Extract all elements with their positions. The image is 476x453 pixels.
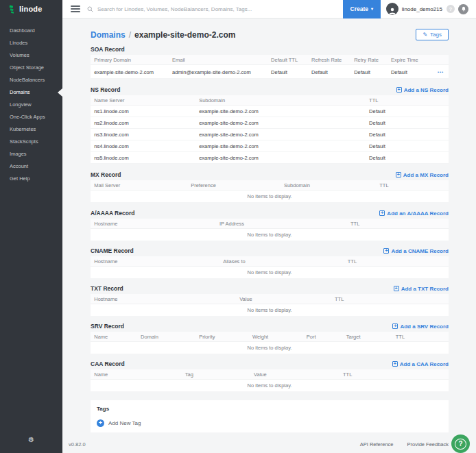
section-title: CAA Record [91,360,125,367]
tags-button[interactable]: ✎ Tags [416,29,449,40]
add-mx-record-button[interactable]: + Add a MX Record [396,172,449,178]
row-actions-menu-icon[interactable]: ••• [438,70,444,74]
help-icon[interactable]: ? [447,5,455,13]
section-title: SOA Record [91,46,125,53]
table-row: ns4.linode.com example-site-demo-2.com D… [91,140,449,152]
section-soa-record: SOA Record Primary Domain Email Default … [91,45,449,79]
section-mx-record: MX Record + Add a MX Record Mail Server … [91,171,449,202]
table-header: Hostname Value TTL [91,294,449,304]
footer: v0.82.0 API Reference Provide Feedback [69,441,449,448]
tags-panel-title: Tags [97,406,442,412]
section-title: A/AAAA Record [91,210,134,217]
section-title: CNAME Record [91,247,134,254]
table-header: Mail Server Preference Subdomain TTL [91,180,449,191]
section-title: SRV Record [91,323,124,330]
table-header: Hostname Aliases to TTL [91,256,449,267]
provide-feedback-link[interactable]: Provide Feedback [407,441,449,448]
api-reference-link[interactable]: API Reference [360,441,394,448]
table-header: Name Domain Priority Weight Port Target … [91,332,449,342]
linode-logo-text: linode [19,5,43,13]
search-icon [87,6,93,12]
chevron-down-icon: ▾ [371,7,373,11]
linode-logo-icon [9,5,16,14]
add-ns-record-button[interactable]: + Add a NS Record [396,87,449,93]
section-ns-record: NS Record + Add a NS Record Name Server … [91,86,449,164]
plus-square-icon: + [396,172,401,177]
section-title: NS Record [91,86,120,93]
top-header: linode Create ▾ linode_demo215 ? [0,0,476,19]
pencil-icon: ✎ [423,32,427,38]
tags-panel: Tags + Add New Tag [91,400,449,432]
table-header: Name Server Subdomain TTL [91,95,449,106]
section-srv-record: SRV Record + Add a SRV Record Name Domai… [91,322,449,354]
empty-state-text: No items to display. [91,229,449,241]
table-row: ns2.linode.com example-site-demo-2.com D… [91,117,449,129]
hamburger-menu-icon[interactable] [71,4,80,14]
sidebar-item-linodes[interactable]: Linodes [0,37,62,49]
sidebar-item-get-help[interactable]: Get Help [0,173,62,185]
sidebar-item-account[interactable]: Account [0,160,62,173]
add-caa-record-button[interactable]: + Add a CAA Record [392,361,449,367]
create-button[interactable]: Create ▾ [343,0,381,19]
sidebar-item-volumes[interactable]: Volumes [0,49,62,62]
section-title: MX Record [91,171,121,178]
main-content: Domains / example-site-demo-2.com ✎ Tags… [62,19,476,453]
sidebar-item-kubernetes[interactable]: Kubernetes [0,123,62,136]
table-header: Hostname IP Address TTL [91,219,449,229]
table-row: ns5.linode.com example-site-demo-2.com D… [91,152,449,164]
empty-state-text: No items to display. [91,342,449,354]
sidebar-item-images[interactable]: Images [0,148,62,160]
breadcrumb-separator: / [129,30,131,40]
plus-square-icon: + [396,87,402,93]
plus-square-icon: + [392,361,398,367]
sidebar-item-stackscripts[interactable]: StackScripts [0,136,62,148]
plus-square-icon: + [379,210,385,216]
username[interactable]: linode_demo215 [402,6,442,12]
plus-circle-icon: + [97,419,104,427]
add-cname-record-button[interactable]: + Add a CNAME Record [383,248,449,254]
section-cname-record: CNAME Record + Add a CNAME Record Hostna… [91,247,449,278]
breadcrumb: Domains / example-site-demo-2.com ✎ Tags [91,29,449,41]
add-txt-record-button[interactable]: + Add a TXT Record [394,286,449,292]
page-title: example-site-demo-2.com [134,30,235,40]
section-a-aaaa-record: A/AAAA Record + Add an A/AAAA Record Hos… [91,209,449,241]
linode-logo[interactable]: linode [0,0,62,19]
plus-square-icon: + [383,248,389,254]
add-a-aaaa-record-button[interactable]: + Add an A/AAAA Record [379,210,449,217]
section-txt-record: TXT Record + Add a TXT Record Hostname V… [91,284,449,316]
empty-state-text: No items to display. [91,304,449,316]
empty-state-text: No items to display. [91,380,449,391]
sidebar-item-domains[interactable]: Domains [0,86,62,99]
empty-state-text: No items to display. [91,267,449,278]
question-icon: ? [455,439,466,450]
version-label: v0.82.0 [69,441,86,448]
sidebar-nav: Dashboard Linodes Volumes Object Storage… [0,19,62,453]
table-header: Primary Domain Email Default TTL Refresh… [91,55,449,65]
table-header: Name Tag Value TTL [91,369,449,380]
gear-icon[interactable]: ⚙ [0,436,62,443]
table-row: example-site-demo-2.com admin@example-si… [91,65,449,79]
sidebar-item-longview[interactable]: Longview [0,99,62,111]
user-icon [388,7,396,15]
sidebar-item-object-storage[interactable]: Object Storage [0,62,62,74]
help-chat-button[interactable]: ? [451,434,470,453]
section-title: TXT Record [91,285,123,292]
sidebar-item-dashboard[interactable]: Dashboard [0,25,62,37]
global-search [87,0,343,18]
avatar[interactable] [386,3,398,15]
search-input[interactable] [97,6,343,12]
add-srv-record-button[interactable]: + Add a SRV Record [392,323,449,330]
empty-state-text: No items to display. [91,191,449,202]
section-caa-record: CAA Record + Add a CAA Record Name Tag V… [91,360,449,391]
breadcrumb-domains-link[interactable]: Domains [91,30,126,40]
add-new-tag-button[interactable]: + Add New Tag [97,419,442,427]
table-row: ns1.linode.com example-site-demo-2.com D… [91,106,449,117]
sidebar-item-nodebalancers[interactable]: NodeBalancers [0,74,62,86]
plus-square-icon: + [392,323,398,329]
table-row: ns3.linode.com example-site-demo-2.com D… [91,129,449,140]
notifications-bell-icon[interactable] [458,4,468,14]
sidebar-item-one-click-apps[interactable]: One-Click Apps [0,111,62,123]
plus-square-icon: + [394,286,399,291]
